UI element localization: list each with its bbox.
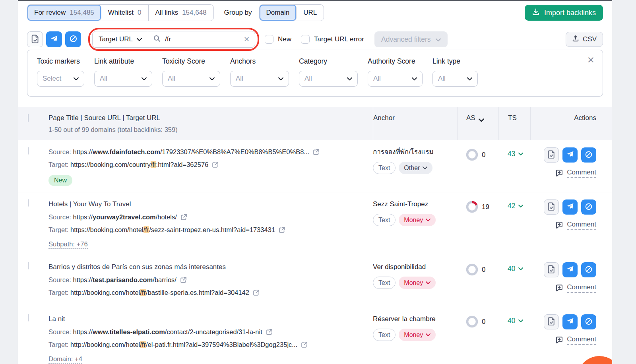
external-link-icon[interactable]: [313, 149, 320, 155]
keep-for-review-button[interactable]: [544, 199, 559, 215]
link-attribute-select[interactable]: All: [94, 71, 152, 87]
block-button[interactable]: [581, 147, 596, 163]
comment-plus-icon: [555, 336, 563, 344]
whitelist-button[interactable]: [562, 199, 578, 215]
row-checkbox[interactable]: [28, 199, 29, 207]
column-authority-score[interactable]: AS: [457, 107, 498, 140]
row-checkbox[interactable]: [28, 262, 29, 269]
authority-score-value: 19: [482, 203, 489, 211]
block-button[interactable]: [581, 314, 596, 329]
expand-link[interactable]: Subpath: +76: [48, 240, 88, 249]
comment-link[interactable]: Comment: [530, 283, 596, 293]
page-title[interactable]: La nit: [48, 314, 365, 323]
tab-for-review[interactable]: For review 154,485: [27, 5, 101, 21]
tab-all-links[interactable]: All links 154,648: [149, 5, 213, 21]
target-label: Target:: [48, 161, 68, 168]
filter-label: Link attribute: [94, 57, 152, 66]
toxicity-score-select[interactable]: All: [162, 71, 220, 87]
toxicity-score-dropdown[interactable]: 42: [508, 202, 530, 210]
category-tag-dropdown[interactable]: Other: [399, 162, 432, 174]
group-by-url[interactable]: URL: [297, 5, 324, 21]
keep-for-review-button[interactable]: [544, 262, 559, 277]
external-link-icon[interactable]: [279, 227, 285, 233]
anchor-text: Ver disponibilidad: [373, 262, 457, 271]
anchors-select[interactable]: All: [230, 71, 289, 87]
category-tag-dropdown[interactable]: Money: [399, 329, 436, 341]
move-to-whitelist-button[interactable]: [46, 31, 62, 47]
clear-search-icon[interactable]: ✕: [244, 36, 250, 43]
select-value: Select: [43, 75, 61, 83]
target-label: Target:: [48, 341, 68, 348]
row-checkbox[interactable]: [28, 314, 29, 321]
source-url[interactable]: https://yourway2travel.com/hotels/: [73, 213, 176, 221]
target-url-error-checkbox[interactable]: Target URL error: [301, 35, 364, 44]
external-link-icon[interactable]: [266, 329, 273, 335]
expand-link[interactable]: Domain: +4: [48, 355, 82, 364]
import-backlinks-button[interactable]: Import backlinks: [525, 5, 603, 21]
tab-label: For review: [34, 9, 66, 17]
new-filter-checkbox[interactable]: New: [265, 35, 291, 44]
target-url[interactable]: http://booking.com/hotel/fr/bastille-spe…: [70, 289, 249, 296]
category-select[interactable]: All: [299, 71, 358, 87]
search-field-dropdown[interactable]: Target URL: [93, 31, 148, 47]
toxicity-score-dropdown[interactable]: 43: [508, 150, 530, 158]
comment-link[interactable]: Comment: [530, 221, 596, 230]
page-title[interactable]: Hotels | Your Way To Travel: [48, 199, 365, 209]
authority-score-value: 0: [482, 318, 485, 326]
chevron-down-icon: [209, 75, 215, 83]
source-url[interactable]: https://test.parisando.com/barrios/: [73, 276, 176, 283]
whitelist-button[interactable]: [562, 262, 578, 277]
new-badge: New: [48, 175, 72, 186]
comment-link[interactable]: Comment: [530, 168, 596, 178]
move-to-blocklist-button[interactable]: [65, 31, 81, 47]
external-link-icon[interactable]: [212, 161, 219, 168]
source-url[interactable]: https://www.titelles-elpati.com/contact/…: [73, 328, 262, 335]
toxicity-score-dropdown[interactable]: 40: [508, 265, 530, 273]
filter-link-type: Link type All: [432, 57, 478, 87]
tab-whitelist[interactable]: Whitelist 0: [101, 5, 149, 21]
block-button[interactable]: [581, 262, 596, 277]
external-link-icon[interactable]: [180, 214, 187, 221]
group-by-domain[interactable]: Domain: [260, 5, 297, 21]
keep-for-review-button[interactable]: [544, 147, 559, 163]
checkbox[interactable]: [265, 35, 273, 44]
external-link-icon[interactable]: [253, 289, 260, 296]
keep-for-review-button[interactable]: [544, 314, 559, 329]
target-url[interactable]: https://booking.com/hotel/fr/sezz-saint-…: [70, 226, 275, 233]
category-tag-dropdown[interactable]: Money: [399, 214, 436, 226]
toxic-markers-select[interactable]: Select: [37, 71, 84, 87]
whitelist-button[interactable]: [562, 147, 578, 163]
link-type-tag: Text: [373, 162, 396, 174]
block-button[interactable]: [581, 199, 596, 215]
source-url[interactable]: https://www.fdainfotech.com/17923307/%E0…: [73, 148, 309, 155]
checkbox[interactable]: [301, 35, 310, 44]
comment-link[interactable]: Comment: [530, 335, 596, 345]
toxicity-score-dropdown[interactable]: 40: [508, 317, 530, 325]
comment-label: Comment: [567, 168, 596, 178]
row-checkbox[interactable]: [28, 147, 29, 155]
move-to-review-button[interactable]: [27, 31, 43, 47]
external-link-icon[interactable]: [301, 341, 308, 348]
source-label: Source:: [48, 148, 71, 155]
select-all-checkbox[interactable]: [28, 114, 29, 122]
authority-score-select[interactable]: All: [368, 71, 423, 87]
tab-count: 154,485: [70, 9, 94, 17]
link-type-select[interactable]: All: [432, 71, 478, 87]
whitelist-button[interactable]: [562, 314, 578, 329]
block-icon: [69, 35, 78, 44]
source-label: Source:: [48, 276, 71, 283]
page-title[interactable]: Barrios y distritos de París con sus zon…: [48, 262, 365, 271]
block-icon: [585, 151, 593, 160]
category-tag-dropdown[interactable]: Money: [399, 277, 436, 289]
search-input[interactable]: /fr: [148, 35, 244, 44]
right-margin-strip: [612, 0, 636, 364]
authority-score-donut: [466, 201, 478, 213]
advanced-filters-dropdown[interactable]: Advanced filters: [374, 31, 448, 47]
export-csv-button[interactable]: CSV: [566, 32, 603, 47]
close-icon[interactable]: ✕: [587, 56, 595, 65]
target-url[interactable]: https://booking.com/country/fr.html?aid=…: [70, 161, 208, 168]
external-link-icon[interactable]: [180, 277, 187, 283]
chevron-down-icon: [347, 75, 352, 83]
target-url[interactable]: http://booking.com/hotel/fr/el-pati.fr.h…: [70, 341, 297, 348]
table-row: La nitSource: https://www.titelles-elpat…: [18, 307, 612, 364]
